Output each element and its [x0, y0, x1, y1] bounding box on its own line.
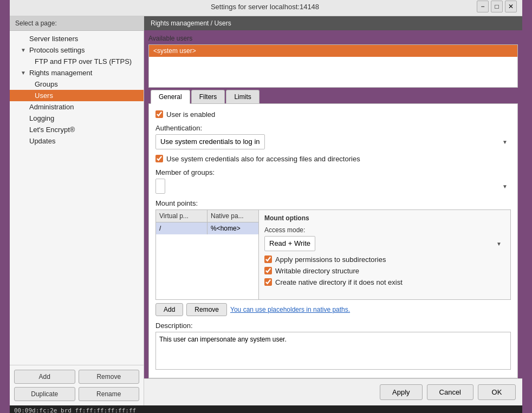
user-enabled-checkbox[interactable] [155, 110, 163, 118]
authentication-section: Authentication: Use system credentials t… [155, 124, 511, 149]
sidebar-item-administration[interactable]: Administration [10, 101, 144, 113]
sidebar-item-label: Server listeners [29, 35, 78, 43]
native-path-cell: %<home> [207, 222, 258, 234]
apply-button[interactable]: Apply [380, 384, 423, 400]
sidebar-item-letsencrypt[interactable]: Let's Encrypt® [10, 124, 144, 135]
remove-button[interactable]: Remove [79, 370, 140, 384]
tab-limits[interactable]: Limits [226, 90, 259, 103]
titlebar: Settings for server localhost:14148 − □ … [10, 0, 522, 16]
mount-options-title: Mount options [264, 214, 505, 222]
users-list[interactable]: <system user> [148, 44, 518, 88]
tab-filters[interactable]: Filters [191, 90, 225, 103]
sidebar-item-label: Protocols settings [29, 46, 85, 54]
window-title: Settings for server localhost:14148 [53, 3, 477, 11]
dropdown-arrow-icon-2: ▼ [502, 183, 508, 189]
cancel-button[interactable]: Cancel [427, 384, 473, 400]
dropdown-arrow-icon: ▼ [502, 139, 508, 145]
tab-general[interactable]: General [151, 90, 190, 104]
user-item-system[interactable]: <system user> [149, 45, 517, 57]
users-list-section: Available users <system user> [144, 30, 522, 88]
mount-points-label: Mount points: [155, 199, 511, 207]
member-groups-dropdown-wrapper: ▼ [155, 179, 511, 194]
apply-permissions-row: Apply permissions to subdirectories [264, 255, 505, 264]
tab-limits-label: Limits [234, 93, 251, 101]
sidebar-header: Select a page: [10, 16, 144, 31]
writable-dir-label[interactable]: Writable directory structure [264, 267, 359, 275]
member-groups-dropdown[interactable] [155, 179, 165, 194]
authentication-label: Authentication: [155, 124, 511, 132]
mount-options-panel: Mount options Access mode: Read + Write … [259, 210, 510, 299]
access-mode-dropdown[interactable]: Read + Write [264, 236, 315, 251]
mount-table: Virtual p... Native pa... / %<home> [155, 209, 511, 300]
user-enabled-label[interactable]: User is enabled [155, 110, 215, 119]
expand-icon: ▼ [21, 70, 27, 76]
sidebar-item-protocols-settings[interactable]: ▼ Protocols settings [10, 44, 144, 56]
sidebar-item-label: Groups [35, 80, 58, 88]
writable-dir-row: Writable directory structure [264, 267, 505, 275]
sidebar-buttons: Add Remove Duplicate Rename [10, 365, 144, 405]
user-enabled-text: User is enabled [166, 110, 215, 119]
system-credentials-checkbox[interactable] [155, 155, 163, 162]
mount-empty-area [156, 234, 258, 299]
sidebar-tree: Server listeners ▼ Protocols settings FT… [10, 31, 144, 365]
sidebar-item-label: Administration [29, 103, 74, 111]
ok-button[interactable]: OK [478, 384, 516, 400]
sidebar-btn-row-2: Duplicate Rename [14, 387, 139, 401]
create-native-checkbox[interactable] [264, 278, 272, 286]
minimize-button[interactable]: − [477, 1, 489, 12]
apply-permissions-label[interactable]: Apply permissions to subdirectories [264, 255, 386, 264]
apply-permissions-text: Apply permissions to subdirectories [275, 255, 386, 264]
add-button[interactable]: Add [14, 370, 75, 384]
close-button[interactable]: ✕ [505, 1, 517, 12]
tabs-container: General Filters Limits User is enabled [144, 88, 522, 378]
sidebar-item-label: Logging [29, 114, 54, 122]
window-controls: − □ ✕ [477, 1, 517, 12]
system-credentials-label[interactable]: Use system credentials also for accessin… [155, 155, 360, 163]
sidebar-item-updates[interactable]: Updates [10, 135, 144, 147]
mount-list-header: Virtual p... Native pa... [156, 210, 258, 222]
create-native-row: Create native directory if it does not e… [264, 278, 505, 286]
mount-row[interactable]: / %<home> [156, 222, 258, 234]
create-native-label[interactable]: Create native directory if it does not e… [264, 278, 403, 286]
virtual-path-header: Virtual p... [156, 210, 207, 222]
user-enabled-row: User is enabled [155, 110, 511, 119]
sidebar-item-label: Updates [29, 137, 55, 145]
sidebar-item-label: Let's Encrypt® [29, 126, 75, 134]
status-bar: 00:09d:fc:2e brd ff:ff:ff:ff:ff:ff [10, 405, 522, 414]
maximize-button[interactable]: □ [491, 1, 503, 12]
create-native-text: Create native directory if it does not e… [275, 278, 403, 286]
tab-general-label: General [159, 93, 182, 101]
placeholder-link[interactable]: You can use placeholders in native paths… [230, 306, 350, 313]
member-groups-label: Member of groups: [155, 168, 511, 176]
sidebar-item-label: Users [35, 91, 53, 100]
virtual-path-cell: / [156, 222, 207, 234]
authentication-dropdown-wrapper: Use system credentials to log in ▼ [155, 134, 511, 149]
dropdown-arrow-icon-3: ▼ [496, 240, 502, 246]
rename-button[interactable]: Rename [79, 387, 140, 401]
apply-permissions-checkbox[interactable] [264, 255, 272, 263]
authentication-dropdown[interactable]: Use system credentials to log in [155, 134, 265, 149]
remove-mount-button[interactable]: Remove [186, 303, 227, 316]
description-label: Description: [155, 322, 511, 330]
tab-content-general: User is enabled Authentication: Use syst… [148, 104, 518, 378]
panel-header: Rights management / Users [144, 16, 522, 30]
sidebar-item-label: Rights management [29, 69, 92, 77]
writable-dir-checkbox[interactable] [264, 267, 272, 274]
writable-dir-text: Writable directory structure [275, 267, 359, 275]
description-textarea[interactable] [155, 332, 511, 370]
sidebar-item-logging[interactable]: Logging [10, 113, 144, 124]
bottom-buttons: Apply Cancel OK [144, 378, 522, 405]
sidebar-btn-row-1: Add Remove [14, 370, 139, 384]
access-mode-wrapper: Read + Write ▼ [264, 236, 505, 251]
sidebar-item-server-listeners[interactable]: Server listeners [10, 33, 144, 44]
sidebar-item-ftp[interactable]: FTP and FTP over TLS (FTPS) [10, 56, 144, 67]
sidebar-item-rights-management[interactable]: ▼ Rights management [10, 67, 144, 78]
expand-icon: ▼ [21, 47, 27, 53]
duplicate-button[interactable]: Duplicate [14, 387, 75, 401]
available-users-label: Available users [148, 35, 518, 42]
right-panel: Rights management / Users Available user… [144, 16, 522, 405]
sidebar-item-groups[interactable]: Groups [10, 78, 144, 90]
sidebar-item-users[interactable]: Users [10, 90, 144, 101]
mount-buttons: Add Remove You can use placeholders in n… [155, 303, 511, 316]
add-mount-button[interactable]: Add [155, 303, 183, 316]
